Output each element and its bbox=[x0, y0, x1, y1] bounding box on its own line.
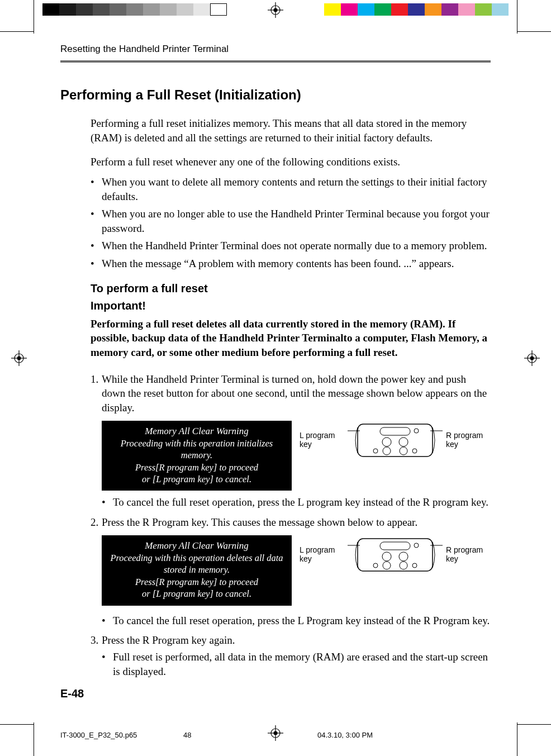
section-title: Performing a Full Reset (Initialization) bbox=[60, 87, 491, 103]
step-text: Press the R Program key again. bbox=[102, 634, 235, 646]
svg-point-30 bbox=[399, 552, 408, 561]
slug-filename: IT-3000_E_P32_50.p65 bbox=[60, 731, 183, 739]
list-item: When the Handheld Printer Terminal does … bbox=[91, 239, 491, 253]
color-swatch bbox=[458, 3, 475, 16]
svg-rect-28 bbox=[380, 542, 410, 550]
svg-point-23 bbox=[373, 449, 378, 453]
page-number: E-48 bbox=[60, 687, 84, 700]
color-swatch bbox=[391, 3, 408, 16]
lcd-line: Proceeding with this operation initializ… bbox=[105, 438, 288, 462]
page-body: Resetting the Handheld Printer Terminal … bbox=[60, 44, 491, 684]
registration-mark-icon bbox=[268, 2, 283, 18]
svg-point-18 bbox=[382, 438, 391, 446]
procedure-heading: To perform a full reset bbox=[91, 282, 491, 295]
svg-point-24 bbox=[412, 449, 417, 453]
r-program-key-label: R program key bbox=[446, 546, 491, 563]
lcd-line: stored in memory. bbox=[105, 564, 288, 576]
crop-mark-icon bbox=[34, 722, 34, 756]
list-item: When you are no longer able to use the H… bbox=[91, 207, 491, 235]
svg-point-29 bbox=[382, 552, 391, 561]
svg-point-3 bbox=[274, 8, 278, 12]
step-1: While the Handheld Printer Terminal is t… bbox=[91, 372, 491, 510]
step-text: Press the R Program key. This causes the… bbox=[102, 516, 417, 528]
list-item: When you want to delete all memory conte… bbox=[91, 175, 491, 203]
color-swatch bbox=[210, 3, 227, 16]
crop-mark-icon bbox=[0, 724, 34, 725]
keypad-callout: L program key bbox=[300, 535, 491, 574]
color-swatch bbox=[110, 3, 126, 16]
svg-point-22 bbox=[414, 429, 419, 433]
color-swatch bbox=[374, 3, 391, 16]
important-text: Performing a full reset deletes all data… bbox=[91, 317, 491, 360]
list-item: When the message “A problem with memory … bbox=[91, 256, 491, 271]
step-3: Press the R Program key again. Full rese… bbox=[91, 633, 491, 678]
keypad-icon bbox=[348, 421, 443, 460]
crop-mark-icon bbox=[517, 722, 517, 756]
color-swatch bbox=[42, 3, 59, 16]
intro-paragraph: Performing a full reset initializes memo… bbox=[91, 116, 491, 145]
lcd-line: Proceeding with this operation deletes a… bbox=[105, 552, 288, 564]
steps-list: While the Handheld Printer Terminal is t… bbox=[91, 372, 491, 678]
lcd-line: Press[R program key] to proceed bbox=[105, 462, 288, 473]
svg-point-19 bbox=[399, 438, 408, 446]
important-label: Important! bbox=[91, 299, 491, 312]
color-swatch bbox=[126, 3, 143, 16]
step-note: To cancel the full reset operation, pres… bbox=[102, 614, 491, 628]
lcd-line: Memory All Clear Warning bbox=[105, 540, 288, 552]
color-swatch bbox=[160, 3, 177, 16]
crop-mark-icon bbox=[0, 31, 34, 32]
color-swatch bbox=[177, 3, 193, 16]
svg-point-34 bbox=[373, 563, 378, 568]
color-swatch bbox=[93, 3, 110, 16]
svg-point-33 bbox=[414, 543, 419, 548]
slug-timestamp: 04.3.10, 3:00 PM bbox=[317, 731, 373, 739]
step-note: To cancel the full reset operation, pres… bbox=[102, 495, 491, 510]
color-swatch bbox=[475, 3, 492, 16]
svg-rect-16 bbox=[358, 424, 433, 457]
lcd-line: Memory All Clear Warning bbox=[105, 425, 288, 438]
figure-row-2: Memory All Clear Warning Proceeding with… bbox=[102, 535, 491, 606]
color-swatch bbox=[492, 3, 509, 16]
lcd-message-2: Memory All Clear Warning Proceeding with… bbox=[102, 535, 292, 606]
lcd-line: or [L program key] to cancel. bbox=[105, 473, 288, 485]
svg-point-7 bbox=[17, 356, 21, 360]
color-swatch bbox=[324, 3, 341, 16]
color-swatch bbox=[193, 3, 210, 16]
svg-point-20 bbox=[383, 447, 391, 455]
svg-point-21 bbox=[400, 447, 407, 455]
color-swatch bbox=[76, 3, 93, 16]
step-note: Full reset is performed, all data in the… bbox=[102, 650, 491, 678]
crop-mark-icon bbox=[34, 0, 34, 34]
lcd-line: Press[R program key] to proceed bbox=[105, 576, 288, 588]
svg-point-11 bbox=[530, 356, 534, 360]
lcd-line: or [L program key] to cancel. bbox=[105, 588, 288, 600]
keypad-icon bbox=[348, 535, 443, 574]
slug-page: 48 bbox=[183, 731, 317, 739]
crop-mark-icon bbox=[517, 31, 551, 32]
conditions-lead: Perform a full reset whenever any one of… bbox=[91, 155, 491, 169]
step-text: While the Handheld Printer Terminal is t… bbox=[102, 373, 487, 413]
crop-mark-icon bbox=[517, 0, 517, 34]
color-swatch bbox=[358, 3, 374, 16]
r-program-key-label: R program key bbox=[446, 431, 491, 449]
color-swatch bbox=[143, 3, 160, 16]
svg-point-31 bbox=[383, 562, 391, 569]
color-swatch bbox=[408, 3, 425, 16]
registration-mark-icon bbox=[11, 350, 27, 366]
registration-mark-icon bbox=[524, 350, 540, 366]
figure-row-1: Memory All Clear Warning Proceeding with… bbox=[102, 421, 491, 491]
running-head: Resetting the Handheld Printer Terminal bbox=[60, 44, 491, 58]
lcd-message-1: Memory All Clear Warning Proceeding with… bbox=[102, 421, 292, 491]
print-slug: IT-3000_E_P32_50.p65 48 04.3.10, 3:00 PM bbox=[60, 731, 491, 739]
svg-rect-17 bbox=[380, 427, 410, 435]
l-program-key-label: L program key bbox=[300, 431, 344, 449]
svg-point-32 bbox=[400, 562, 407, 569]
color-swatch bbox=[59, 3, 76, 16]
step-2: Press the R Program key. This causes the… bbox=[91, 515, 491, 627]
svg-rect-27 bbox=[358, 539, 433, 571]
keypad-callout: L program key bbox=[300, 421, 491, 460]
color-swatch bbox=[441, 3, 458, 16]
color-swatch bbox=[341, 3, 358, 16]
color-swatch bbox=[425, 3, 441, 16]
conditions-list: When you want to delete all memory conte… bbox=[91, 175, 491, 271]
